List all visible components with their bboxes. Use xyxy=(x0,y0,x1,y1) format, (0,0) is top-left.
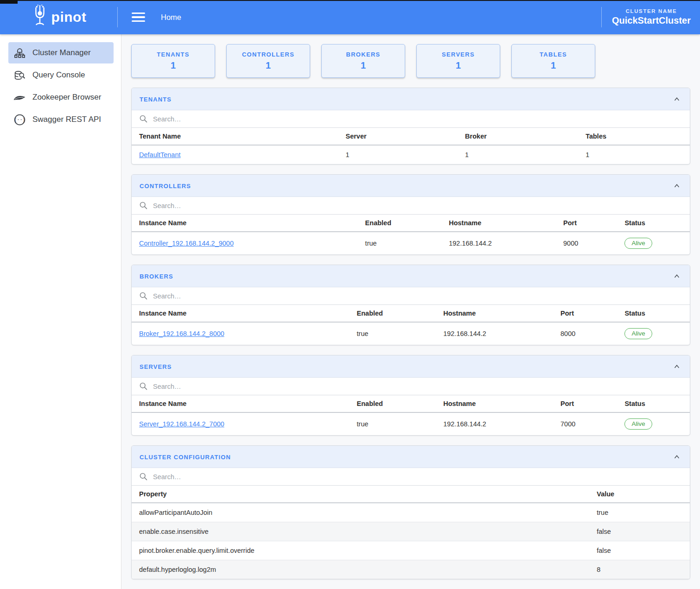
cell-hostname: 192.168.144.2 xyxy=(441,232,556,254)
swagger-icon: {··} xyxy=(13,113,26,126)
cell-broker: 1 xyxy=(458,145,578,164)
brokers-table: Instance Name Enabled Hostname Port Stat… xyxy=(132,305,690,345)
nav-home-link[interactable]: Home xyxy=(161,13,181,22)
sidebar-item-swagger-rest-api[interactable]: {··} Swagger REST API xyxy=(8,109,114,130)
instance-link[interactable]: Broker_192.168.144.2_8000 xyxy=(139,330,224,337)
cell-port: 8000 xyxy=(553,322,617,345)
summary-card-controllers[interactable]: CONTROLLERS 1 xyxy=(226,44,310,78)
logo-text: pinot xyxy=(51,9,87,25)
pinot-logo[interactable]: pinot xyxy=(0,5,117,30)
col-value: Value xyxy=(589,486,690,503)
cluster-config-search-row xyxy=(132,468,690,486)
cluster-config-panel-header: CLUSTER CONFIGURATION xyxy=(132,446,690,468)
cluster-config-search-input[interactable] xyxy=(153,473,682,481)
panel-title: CLUSTER CONFIGURATION xyxy=(140,454,231,461)
header-divider-left xyxy=(117,7,118,27)
cell-server: 1 xyxy=(338,145,458,164)
sidebar-item-query-console[interactable]: Query Console xyxy=(8,64,114,86)
collapse-button[interactable] xyxy=(672,453,682,461)
cluster-name-box: CLUSTER NAME QuickStartCluster xyxy=(602,8,700,26)
cell-property: default.hyperloglog.log2m xyxy=(132,560,589,579)
servers-search-input[interactable] xyxy=(153,383,682,390)
col-enabled: Enabled xyxy=(358,215,442,232)
top-app-bar: pinot Home CLUSTER NAME QuickStartCluste… xyxy=(0,0,700,34)
tenants-search-input[interactable] xyxy=(153,115,682,123)
col-status: Status xyxy=(617,215,690,232)
col-instance-name: Instance Name xyxy=(132,395,350,412)
panel-title: TENANTS xyxy=(140,96,172,103)
zookeeper-icon xyxy=(13,91,26,104)
instance-link[interactable]: Server_192.168.144.2_7000 xyxy=(139,420,224,428)
cell-property: allowParticipantAutoJoin xyxy=(132,503,589,522)
instance-link[interactable]: Controller_192.168.144.2_9000 xyxy=(139,240,234,247)
sidebar-item-label: Query Console xyxy=(32,70,85,80)
summary-card-tenants[interactable]: TENANTS 1 xyxy=(131,44,215,78)
collapse-button[interactable] xyxy=(672,182,682,190)
col-enabled: Enabled xyxy=(350,395,436,412)
cell-hostname: 192.168.144.2 xyxy=(436,412,553,435)
sidebar-item-cluster-manager[interactable]: Cluster Manager xyxy=(8,42,114,63)
brokers-panel-header: BROKERS xyxy=(132,265,690,287)
panel-title: SERVERS xyxy=(140,363,172,370)
cell-value: 8 xyxy=(589,560,690,579)
table-row: allowParticipantAutoJoin true xyxy=(132,503,690,522)
table-row: enable.case.insensitive false xyxy=(132,522,690,541)
controllers-search-input[interactable] xyxy=(153,202,682,209)
brokers-search-row xyxy=(132,287,690,305)
cell-property: pinot.broker.enable.query.limit.override xyxy=(132,541,589,560)
cell-enabled: true xyxy=(358,232,442,254)
servers-panel: SERVERS Instance Name Enabled Hostname P… xyxy=(131,355,690,436)
collapse-button[interactable] xyxy=(672,95,682,103)
status-badge-alive: Alive xyxy=(624,328,652,339)
card-label: CONTROLLERS xyxy=(242,51,294,58)
table-row: DefaultTenant 1 1 1 xyxy=(132,145,690,164)
cluster-config-panel: CLUSTER CONFIGURATION Property Value all… xyxy=(131,445,690,579)
table-header-row: Property Value xyxy=(132,486,690,503)
card-value: 1 xyxy=(171,60,176,71)
card-label: SERVERS xyxy=(442,51,475,58)
svg-text:{··}: {··} xyxy=(14,117,25,122)
col-instance-name: Instance Name xyxy=(132,215,358,232)
menu-toggle-button[interactable] xyxy=(130,11,147,24)
cell-property: enable.case.insensitive xyxy=(132,522,589,541)
col-server: Server xyxy=(338,128,458,145)
collapse-button[interactable] xyxy=(672,362,682,371)
brokers-panel: BROKERS Instance Name Enabled Hostname P… xyxy=(131,265,690,345)
cluster-name-value: QuickStartCluster xyxy=(612,15,691,26)
col-port: Port xyxy=(553,305,617,322)
col-port: Port xyxy=(553,395,617,412)
sidebar: Cluster Manager Query Console xyxy=(0,34,121,589)
search-icon xyxy=(139,472,148,481)
panel-title: BROKERS xyxy=(140,273,173,280)
search-icon xyxy=(139,114,148,123)
status-badge-alive: Alive xyxy=(624,238,652,249)
cluster-config-table: Property Value allowParticipantAutoJoin … xyxy=(132,486,690,579)
servers-search-row xyxy=(132,378,690,395)
tenant-link[interactable]: DefaultTenant xyxy=(139,151,180,158)
col-hostname: Hostname xyxy=(436,305,553,322)
card-value: 1 xyxy=(551,60,556,71)
col-tables: Tables xyxy=(578,128,690,145)
summary-card-tables[interactable]: TABLES 1 xyxy=(511,44,595,78)
table-header-row: Instance Name Enabled Hostname Port Stat… xyxy=(132,395,690,412)
col-hostname: Hostname xyxy=(441,215,556,232)
col-hostname: Hostname xyxy=(436,395,553,412)
controllers-panel-header: CONTROLLERS xyxy=(132,175,690,197)
table-row: default.hyperloglog.log2m 8 xyxy=(132,560,690,579)
table-row: Controller_192.168.144.2_9000 true 192.1… xyxy=(132,232,690,254)
cell-port: 7000 xyxy=(553,412,617,435)
table-header-row: Tenant Name Server Broker Tables xyxy=(132,128,690,145)
cluster-name-label: CLUSTER NAME xyxy=(626,8,677,14)
query-console-icon xyxy=(13,69,26,82)
collapse-button[interactable] xyxy=(672,272,682,280)
window-top-edge xyxy=(0,0,700,1)
summary-card-brokers[interactable]: BROKERS 1 xyxy=(321,44,405,78)
card-label: TABLES xyxy=(540,51,567,58)
sidebar-item-zookeeper-browser[interactable]: Zookeeper Browser xyxy=(8,87,114,108)
controllers-search-row xyxy=(132,197,690,215)
cell-port: 9000 xyxy=(556,232,617,254)
cell-tables: 1 xyxy=(578,145,690,164)
card-label: TENANTS xyxy=(157,51,190,58)
brokers-search-input[interactable] xyxy=(153,292,682,300)
summary-card-servers[interactable]: SERVERS 1 xyxy=(416,44,500,78)
